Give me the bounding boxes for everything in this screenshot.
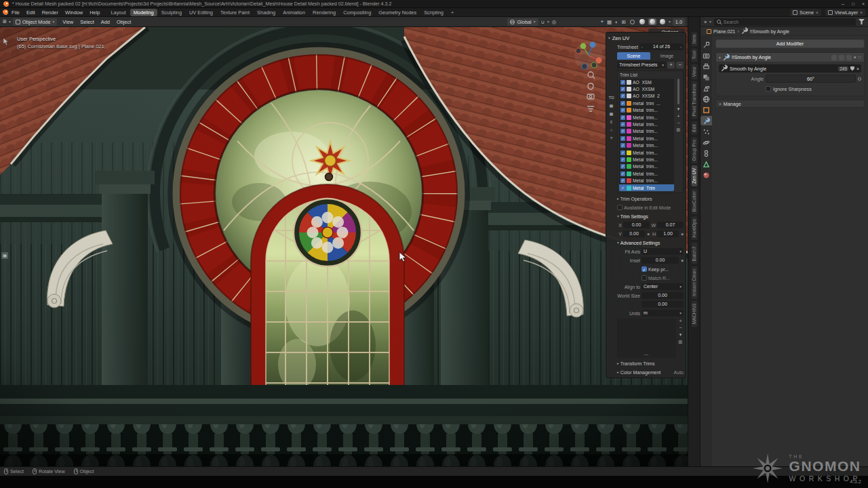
- expand-icon[interactable]: ▸: [617, 197, 619, 201]
- inset-field[interactable]: 0.00: [642, 257, 679, 264]
- keep-proportion-checkbox[interactable]: ✓: [642, 266, 647, 272]
- filter-icon[interactable]: [859, 19, 865, 24]
- trim-checkbox[interactable]: ✓: [620, 178, 625, 183]
- remove-trim-icon[interactable]: −: [677, 121, 679, 125]
- remove-preset-button[interactable]: −: [676, 62, 684, 68]
- trim-checkbox[interactable]: ✓: [620, 186, 625, 190]
- color-management-header[interactable]: Color Management: [620, 370, 661, 375]
- properties-tab-scene[interactable]: [701, 83, 712, 93]
- trim-groups-list[interactable]: —: [617, 319, 676, 358]
- viewport-canvas[interactable]: User Perspective (65) Cornishman Base.sv…: [0, 27, 688, 466]
- menu-window[interactable]: Window: [62, 9, 86, 16]
- trim-operators-header[interactable]: Trim Operators: [620, 197, 652, 201]
- properties-tab-material[interactable]: [701, 170, 712, 180]
- drag-handle-icon[interactable]: ∷: [859, 55, 861, 60]
- close-icon[interactable]: ×: [860, 10, 863, 15]
- add-icon[interactable]: +: [679, 319, 682, 323]
- viewport-menu-object[interactable]: Object: [113, 19, 134, 25]
- properties-tab-object[interactable]: [701, 105, 712, 115]
- trim-checkbox[interactable]: ✓: [620, 87, 625, 92]
- xray-icon[interactable]: ◐: [614, 19, 619, 25]
- proportional-edit-icon[interactable]: ◎: [551, 19, 557, 25]
- workspace-tab[interactable]: Modeling: [130, 9, 157, 16]
- match-rotation-checkbox[interactable]: [642, 275, 647, 281]
- trim-list-item[interactable]: ✓Metal_trim...: [619, 107, 674, 114]
- trim-checkbox[interactable]: ✓: [620, 164, 625, 169]
- keyframe-dot-icon[interactable]: [858, 77, 861, 81]
- close-icon[interactable]: ×: [854, 55, 856, 60]
- trim-settings-header[interactable]: Trim Settings: [620, 214, 648, 219]
- menu-render[interactable]: Render: [39, 9, 62, 16]
- npanel-tab[interactable]: Group Pro: [691, 137, 697, 163]
- angle-field[interactable]: 60°: [766, 75, 856, 83]
- proportional-size-field[interactable]: 1.0: [673, 18, 685, 26]
- viewport-menu-add[interactable]: Add: [98, 19, 113, 25]
- modifier-header[interactable]: ▾ !!Smooth by Angle × ∷: [716, 53, 864, 62]
- world-size-x-field[interactable]: 0.00: [642, 292, 684, 299]
- workspace-tab[interactable]: Rendering: [309, 9, 339, 16]
- trim-y-field[interactable]: 0.00: [623, 230, 645, 237]
- trim-checkbox[interactable]: ✓: [620, 115, 625, 120]
- workspace-tab[interactable]: Texture Paint: [217, 9, 253, 16]
- workspace-tab[interactable]: Animation: [279, 9, 309, 16]
- npanel-tab[interactable]: Item: [691, 32, 697, 46]
- add-modifier-button[interactable]: Add Modifier: [715, 39, 865, 48]
- trim-checkbox[interactable]: ✓: [620, 157, 625, 162]
- add-preset-button[interactable]: +: [667, 62, 675, 68]
- trim-w-field[interactable]: 0.07: [657, 222, 684, 228]
- users-count-badge[interactable]: 249: [838, 66, 848, 71]
- manage-panel-header[interactable]: ▸ Manage: [715, 100, 865, 108]
- trim-checkbox[interactable]: ✓: [620, 143, 625, 148]
- keyframe-diamond-icon[interactable]: ◆: [647, 232, 650, 236]
- window-control-icon[interactable]: ─: [842, 1, 845, 6]
- breadcrumb-object[interactable]: Plane.021: [713, 28, 735, 35]
- node-group-field[interactable]: Smooth by Angle 249 ×: [719, 64, 861, 73]
- zen-rail-icon[interactable]: ▦: [610, 111, 614, 116]
- expand-icon[interactable]: ▸: [617, 370, 619, 374]
- menu-icon[interactable]: ▾: [679, 332, 682, 338]
- orientation-dropdown[interactable]: Global ▾: [507, 18, 538, 26]
- trim-checkbox[interactable]: ✓: [620, 101, 625, 106]
- trim-list-item[interactable]: ✓Metal_trim...: [619, 121, 674, 127]
- shading-wireframe-button[interactable]: [629, 19, 636, 25]
- viewport-menu-select[interactable]: Select: [77, 19, 98, 25]
- zen-rail-icon[interactable]: TD: [608, 95, 614, 100]
- properties-tab-world[interactable]: [701, 94, 712, 104]
- remove-icon[interactable]: −: [679, 325, 682, 330]
- fake-user-icon[interactable]: [850, 66, 854, 71]
- overlays-icon[interactable]: ▦: [606, 19, 612, 25]
- tab-image[interactable]: Image: [650, 52, 684, 60]
- window-control-icon[interactable]: ×: [862, 1, 865, 6]
- trim-list-item[interactable]: ✓Metal_trim...: [619, 135, 674, 142]
- select-tool-icon[interactable]: [3, 38, 9, 46]
- trimsheet-pager[interactable]: ‹14 of 26›: [639, 43, 684, 50]
- workspace-tab[interactable]: Shading: [254, 9, 279, 16]
- zen-rail-icon[interactable]: ?: [610, 136, 612, 140]
- shading-rendered-button[interactable]: [658, 18, 667, 25]
- workspace-tab[interactable]: Layout: [107, 9, 129, 16]
- add-workspace-button[interactable]: +: [448, 9, 457, 16]
- breadcrumb-modifier[interactable]: !!Smooth by Angle: [750, 28, 789, 35]
- units-dropdown[interactable]: m▾: [642, 310, 684, 317]
- npanel-tab[interactable]: View: [691, 64, 697, 80]
- trimsheet-presets-dropdown[interactable]: Trimsheet Presets▾: [617, 62, 666, 68]
- shading-material-button[interactable]: [648, 18, 656, 25]
- npanel-tab[interactable]: Instant Clean: [691, 266, 697, 299]
- npanel-tab[interactable]: Zen UV: [691, 165, 697, 186]
- properties-tab-viewlayer[interactable]: [701, 73, 712, 82]
- menu-edit[interactable]: Edit: [23, 9, 39, 16]
- scene-selector[interactable]: Scene ×: [790, 9, 821, 16]
- viewlayer-selector[interactable]: ViewLayer ×: [825, 9, 865, 16]
- properties-search-field[interactable]: Search: [714, 18, 856, 26]
- trim-checkbox[interactable]: ✓: [620, 94, 625, 98]
- viewport-3d[interactable]: ⊞▾ Object Mode ▾ ViewSelectAddObject Glo…: [0, 17, 688, 466]
- editor-type-icon[interactable]: ≡: [704, 20, 707, 24]
- tab-scene[interactable]: Scene: [617, 52, 650, 60]
- editmode-toggle-icon[interactable]: [831, 55, 837, 60]
- trim-list-item[interactable]: ✓Metal_trim...: [619, 149, 674, 156]
- collapse-icon[interactable]: ▾: [617, 214, 619, 218]
- shading-solid-button[interactable]: [638, 18, 646, 25]
- workspace-tab[interactable]: Compositing: [340, 9, 374, 16]
- unlink-icon[interactable]: ×: [856, 66, 859, 71]
- trim-list-item[interactable]: ✓Metal_trim...: [619, 156, 674, 163]
